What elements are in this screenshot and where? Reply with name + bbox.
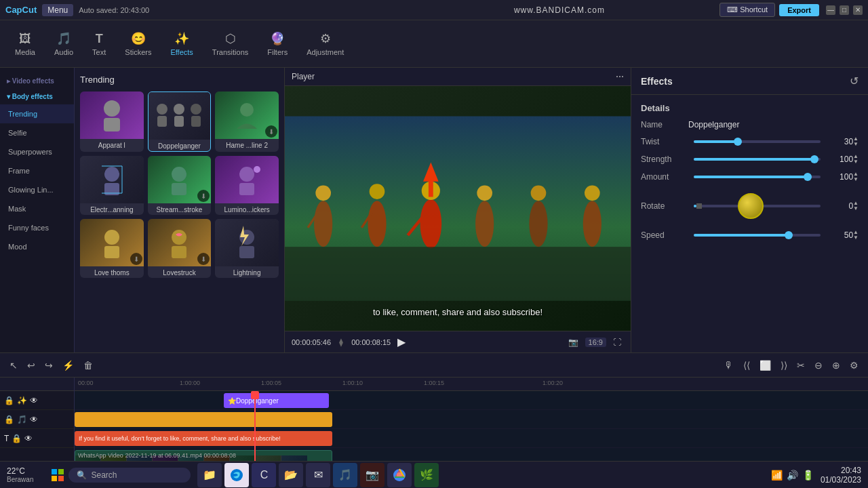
menu-button[interactable]: Menu — [42, 4, 73, 16]
close-button[interactable]: ✕ — [853, 5, 863, 15]
stickers-icon: 😊 — [131, 31, 146, 46]
split-button[interactable]: ⚡ — [60, 359, 77, 372]
download-badge-lovethoms: ⬇ — [130, 253, 142, 265]
taskbar-app3[interactable]: 🌿 — [414, 463, 439, 487]
effect-thumb-electr — [80, 156, 144, 203]
clip-prev-button[interactable]: ⟨⟨ — [741, 359, 753, 372]
taskbar: 22°C Berawan 🔍 Search 📁 C 📂 ✉ 🎵 📷 — [0, 461, 868, 488]
rotate-down[interactable]: ▼ — [853, 206, 859, 211]
category-trending[interactable]: Trending — [0, 104, 74, 123]
effect-name-lovestruck: Lovestruck — [148, 266, 212, 278]
effect-card-hame[interactable]: ⬇ Hame ...line 2 — [215, 92, 279, 152]
settings-button[interactable]: ⚙ — [847, 359, 861, 372]
maximize-button[interactable]: □ — [840, 5, 849, 15]
category-superpowers[interactable]: Superpowers — [0, 142, 74, 161]
delete-button[interactable]: 🗑 — [81, 359, 96, 372]
tool-effects-label: Effects — [170, 48, 193, 56]
effect-card-apparat[interactable]: Apparat l — [80, 92, 144, 152]
timeline-toolbar: ↖ ↩ ↪ ⚡ 🗑 🎙 ⟨⟨ ⬜ ⟩⟩ ✂ ⊖ ⊕ ⚙ — [0, 353, 868, 378]
minimize-button[interactable]: — — [826, 5, 835, 15]
effect-card-lightning[interactable]: Lightning — [215, 219, 279, 278]
start-button[interactable] — [47, 464, 68, 486]
effect-card-doppelganger[interactable]: Doppelganger — [148, 92, 212, 152]
shortcut-button[interactable]: ⌨ Shortcut — [719, 3, 775, 17]
taskbar-system-icons: 📶 🔊 🔋 — [771, 470, 814, 481]
taskbar-browser[interactable] — [224, 463, 249, 487]
tool-adjustment[interactable]: ⚙ Adjustment — [298, 27, 352, 60]
audio-track-block[interactable] — [75, 412, 332, 427]
amount-down[interactable]: ▼ — [853, 177, 859, 182]
taskbar-capcut[interactable]: C — [252, 463, 276, 487]
tool-transitions[interactable]: ⬡ Transitions — [204, 27, 256, 60]
taskbar-chrome[interactable] — [387, 463, 412, 487]
twist-track — [694, 140, 821, 143]
category-mask[interactable]: Mask — [0, 199, 74, 218]
zoom-out-button[interactable]: ⊖ — [812, 359, 825, 372]
player-video-inner: to like, comment, share and also subscri… — [285, 86, 631, 331]
tool-effects[interactable]: ✨ Effects — [162, 27, 201, 60]
tool-filters[interactable]: 🔮 Filters — [259, 27, 296, 60]
strength-thumb[interactable] — [810, 155, 818, 163]
strength-down[interactable]: ▼ — [853, 159, 859, 165]
chrome-icon — [393, 468, 406, 482]
effect-thumb-stream: ⬇ — [148, 156, 212, 203]
undo-button[interactable]: ↩ — [24, 359, 38, 372]
twist-thumb[interactable] — [734, 138, 742, 146]
doppelganger-effect-block[interactable]: ⭐ Doppelganger — [224, 393, 329, 408]
windows-logo — [51, 468, 64, 482]
clip-split2-button[interactable]: ✂ — [794, 359, 808, 372]
svg-point-35 — [529, 201, 547, 247]
speed-thumb[interactable] — [785, 231, 793, 239]
rotate-thumb-left[interactable] — [696, 203, 702, 209]
play-button[interactable]: ▶ — [397, 336, 406, 348]
eye-icon-text: 👁 — [24, 434, 33, 443]
taskbar-mail[interactable]: ✉ — [306, 463, 330, 487]
mic-button[interactable]: 🎙 — [722, 359, 736, 372]
category-selfie[interactable]: Selfie — [0, 123, 74, 142]
export-button[interactable]: Export — [779, 4, 819, 16]
fullscreen-button[interactable]: ⛶ — [610, 336, 624, 348]
refresh-button[interactable]: ↺ — [850, 75, 859, 87]
svg-point-11 — [172, 167, 186, 182]
taskbar-app1[interactable]: 🎵 — [333, 463, 357, 487]
category-mood[interactable]: Mood — [0, 237, 74, 256]
effect-card-stream[interactable]: ⬇ Stream...stroke — [148, 156, 212, 215]
effect-card-electr[interactable]: Electr...anning — [80, 156, 144, 215]
twist-value: 30 — [826, 137, 853, 146]
lock-icon: 🔒 — [4, 396, 14, 405]
effects-panel-inner: ▸ Video effects ▾ Body effects Trending … — [0, 68, 284, 352]
clip-select-button[interactable]: ⬜ — [757, 359, 774, 372]
redo-button[interactable]: ↪ — [42, 359, 56, 372]
strength-fill — [694, 158, 814, 161]
screenshot-button[interactable]: 📷 — [566, 336, 581, 348]
svg-rect-7 — [191, 116, 201, 127]
taskbar-search[interactable]: 🔍 Search — [68, 468, 191, 483]
player-video[interactable]: to like, comment, share and also subscri… — [285, 86, 631, 331]
timeline-ruler: 00:00 1:00:00 1:00:05 1:00:10 1:00:15 1:… — [75, 378, 868, 391]
amount-thumb[interactable] — [804, 173, 812, 181]
effect-card-lumino[interactable]: Lumino...ickers — [215, 156, 279, 215]
taskbar-folder[interactable]: 📂 — [279, 463, 303, 487]
tool-audio[interactable]: 🎵 Audio — [46, 27, 81, 60]
text-track-block[interactable]: If you find it useful, don't forget to l… — [75, 431, 332, 446]
category-frame[interactable]: Frame — [0, 161, 74, 180]
speed-down[interactable]: ▼ — [853, 235, 859, 241]
zoom-in-button[interactable]: ⊕ — [829, 359, 843, 372]
clock-time: 20:43 — [821, 466, 861, 475]
effect-card-lovethoms[interactable]: ⬇ Love thoms — [80, 219, 144, 278]
ruler-mark-4: 1:00:15 — [424, 380, 444, 386]
effect-card-lovestruck[interactable]: ⬇ Lovestruck — [148, 219, 212, 278]
tool-media[interactable]: 🖼 Media — [7, 28, 43, 60]
clip-next-button[interactable]: ⟩⟩ — [778, 359, 790, 372]
taskbar-app2[interactable]: 📷 — [360, 463, 384, 487]
rotate-knob[interactable] — [738, 193, 764, 219]
transitions-icon: ⬡ — [225, 31, 236, 46]
select-tool-button[interactable]: ↖ — [7, 359, 20, 372]
tool-stickers[interactable]: 😊 Stickers — [117, 27, 159, 60]
ruler-mark-1: 1:00:00 — [180, 380, 200, 386]
twist-down[interactable]: ▼ — [853, 142, 859, 147]
category-glowing[interactable]: Glowing Lin... — [0, 180, 74, 199]
category-funny[interactable]: Funny faces — [0, 218, 74, 237]
taskbar-file-explorer[interactable]: 📁 — [197, 463, 222, 487]
tool-text[interactable]: T Text — [84, 28, 114, 60]
